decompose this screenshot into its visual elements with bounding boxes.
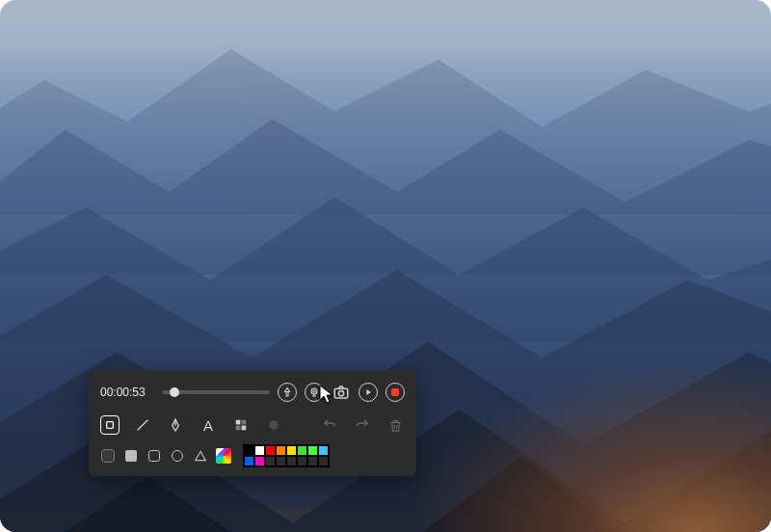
screen-recorder-toolbar: 00:00:53 <box>89 370 416 476</box>
camera-button[interactable] <box>332 383 351 402</box>
swatch[interactable] <box>318 456 329 466</box>
swatch[interactable] <box>265 456 276 466</box>
color-picker-button[interactable] <box>216 448 231 464</box>
shape-circle[interactable] <box>170 448 185 464</box>
ellipse-tool[interactable] <box>264 415 283 435</box>
desktop-viewport: 00:00:53 <box>0 0 771 532</box>
play-button[interactable] <box>359 383 378 402</box>
svg-rect-8 <box>242 426 247 431</box>
swatch[interactable] <box>286 445 297 456</box>
svg-point-1 <box>313 390 316 393</box>
swatch[interactable] <box>297 456 307 466</box>
swatch[interactable] <box>276 456 286 466</box>
webcam-button[interactable] <box>305 383 324 402</box>
marker-button[interactable] <box>278 383 297 402</box>
redo-button[interactable] <box>353 415 372 435</box>
swatch[interactable] <box>307 445 318 456</box>
pixelate-tool[interactable] <box>231 415 251 435</box>
swatch[interactable] <box>276 445 286 456</box>
svg-rect-6 <box>242 420 247 425</box>
undo-button[interactable] <box>320 415 339 435</box>
swatch[interactable] <box>254 456 265 466</box>
shape-triangle[interactable] <box>193 448 208 464</box>
swatch[interactable] <box>244 445 254 456</box>
svg-rect-5 <box>236 420 241 425</box>
text-tool[interactable]: A <box>199 415 218 435</box>
swatch[interactable] <box>297 445 307 456</box>
record-stop-button[interactable] <box>386 383 405 402</box>
color-swatches <box>243 444 330 467</box>
svg-point-3 <box>338 391 343 396</box>
line-tool[interactable] <box>133 415 152 435</box>
shape-outline-square[interactable] <box>146 448 162 464</box>
svg-point-9 <box>269 420 278 429</box>
shape-rounded-square[interactable] <box>100 448 116 464</box>
svg-rect-4 <box>107 422 114 429</box>
swatch[interactable] <box>307 456 318 466</box>
recording-timer: 00:00:53 <box>100 386 154 399</box>
swatch[interactable] <box>318 445 329 456</box>
rectangle-tool[interactable] <box>100 415 120 435</box>
pen-tool[interactable] <box>166 415 185 435</box>
svg-point-0 <box>311 388 317 394</box>
progress-slider[interactable] <box>162 390 270 394</box>
swatch[interactable] <box>265 445 276 456</box>
progress-slider-thumb[interactable] <box>170 387 179 397</box>
svg-rect-7 <box>236 426 241 431</box>
svg-rect-2 <box>334 388 348 398</box>
trash-button[interactable] <box>386 415 405 435</box>
swatch[interactable] <box>286 456 297 466</box>
shape-filled-square[interactable] <box>123 448 139 464</box>
swatch[interactable] <box>244 456 254 466</box>
swatch[interactable] <box>254 445 265 456</box>
